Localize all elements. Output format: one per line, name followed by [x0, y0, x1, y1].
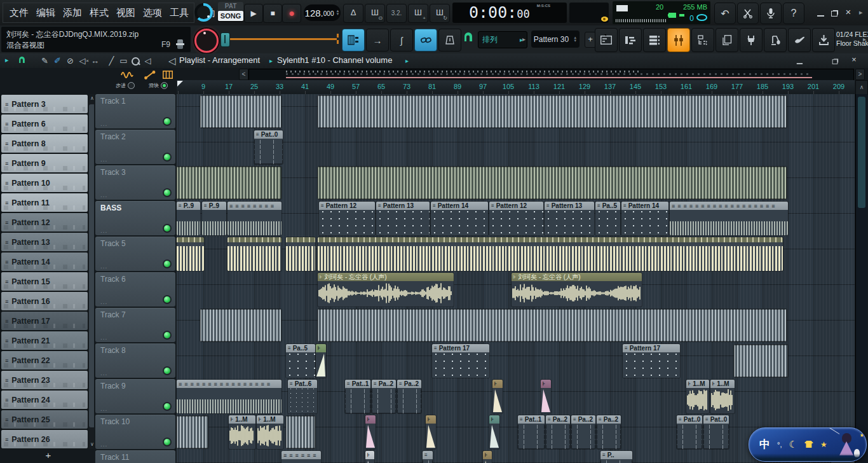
track-led-icon[interactable]	[164, 332, 170, 338]
clip[interactable]	[227, 237, 281, 271]
playlist-minimap[interactable]	[248, 69, 854, 81]
pot-button[interactable]	[438, 29, 461, 52]
plugin-picker-button[interactable]	[691, 28, 714, 52]
menu-item-3[interactable]: 样式	[86, 7, 112, 19]
ime-skin-icon[interactable]	[804, 441, 813, 448]
track-options[interactable]: ...	[100, 405, 107, 412]
menu-item-6[interactable]: 工具	[166, 7, 193, 19]
track-options[interactable]: ...	[100, 298, 107, 305]
ime-language-button[interactable]: 中	[759, 437, 770, 452]
pattern-prev-arrow[interactable]: ▸	[522, 36, 526, 43]
arrangement-selector[interactable]: 排列 ▸	[478, 31, 527, 48]
clip[interactable]: ≡Pa..5	[595, 202, 620, 235]
clip[interactable]: ≡Pa..2	[571, 415, 595, 449]
clip[interactable]: ≡≡≡≡≡≡≡≡	[227, 202, 281, 235]
pattern-clip-tab[interactable]	[160, 70, 175, 79]
track-led-icon[interactable]	[164, 296, 170, 303]
clip[interactable]	[286, 416, 315, 448]
pattern-item[interactable]: ≡Pattern 16	[1, 292, 88, 310]
clip[interactable]: ≡Pat..0	[254, 130, 283, 164]
pattern-item[interactable]: ≡Pattern 17	[1, 312, 88, 330]
step-toggle[interactable]: 步进	[116, 82, 135, 89]
ime-moon-icon[interactable]: ☾	[789, 439, 797, 450]
zoom-tool[interactable]	[132, 57, 140, 66]
play-button[interactable]: ▶	[244, 4, 263, 23]
plugin-button[interactable]	[740, 28, 763, 52]
track-options[interactable]: ...	[100, 370, 107, 377]
clip[interactable]	[318, 95, 787, 128]
track-header[interactable]: Track 3...	[95, 165, 175, 200]
clip[interactable]: ≡P..9	[202, 202, 226, 235]
clip[interactable]: ⊦刘珂矣 - 忘尘谷 (人声)	[318, 273, 454, 307]
slice-tool[interactable]: ╱	[106, 55, 117, 66]
track-options[interactable]: ...	[100, 441, 107, 448]
minimize-button[interactable]	[815, 8, 825, 17]
pattern-item[interactable]: ≡Pattern 15	[1, 272, 88, 291]
clip[interactable]: ≡Pattern 13	[376, 202, 430, 235]
clip[interactable]: ⊦	[492, 380, 503, 413]
clip[interactable]: ≡Pattern 17	[432, 344, 489, 378]
clip[interactable]	[286, 237, 315, 271]
clip[interactable]: ⊦1..M	[257, 415, 283, 449]
clip[interactable]: ⊦	[489, 415, 499, 449]
countdown-button[interactable]: 3.2.	[386, 4, 407, 23]
pattern-item[interactable]: ≡Pattern 11	[1, 193, 88, 212]
pattern-item[interactable]: ≡Pattern 13	[1, 233, 88, 251]
clip[interactable]: ≡Pattern 14	[621, 202, 668, 235]
track-led-icon[interactable]	[164, 261, 170, 267]
ime-toolbar[interactable]: 中 °, ☾ ★ ★	[749, 427, 867, 462]
clip[interactable]	[318, 309, 787, 342]
track-header[interactable]: BASS...	[95, 201, 175, 235]
clip[interactable]: ≡≡≡≡≡≡≡≡≡≡≡≡≡≡≡≡≡≡	[670, 202, 788, 235]
draw-tool[interactable]: ✎	[39, 55, 50, 66]
clip[interactable]: ≡≡≡≡≡≡	[281, 451, 321, 463]
wait-for-input-button[interactable]: Шʘ	[365, 4, 385, 23]
clip[interactable]	[200, 95, 281, 128]
delete-tool[interactable]: ⊘	[65, 55, 76, 66]
mute-tool[interactable]: ◁×	[77, 55, 88, 66]
clip[interactable]: ⊦	[541, 380, 551, 413]
track-options[interactable]: ...	[100, 227, 107, 234]
track-header[interactable]: Track 8...	[95, 343, 175, 378]
add-pattern-row[interactable]: +	[0, 449, 97, 463]
clip[interactable]: ⊦	[483, 451, 492, 463]
clip[interactable]: ≡Pat..1	[345, 380, 370, 413]
track-options[interactable]: ...	[100, 156, 107, 163]
channel-rack-button[interactable]	[643, 28, 666, 52]
track-led-icon[interactable]	[164, 118, 170, 125]
playlist-titlebar[interactable]: ▸ ✎ ✐ ⊘ ◁× ↔ ╱ ▭ ◁ ◁ Playlist - Arrangem…	[0, 53, 868, 69]
clip[interactable]: ≡Pa..2	[372, 380, 396, 413]
playlist-minimize-button[interactable]	[795, 57, 804, 64]
main-volume-knob[interactable]	[194, 3, 213, 22]
track-options[interactable]: ...	[100, 191, 107, 198]
slip-tool[interactable]: ↔	[90, 55, 100, 66]
overdub-button[interactable]: Ш+	[408, 4, 428, 23]
playlist-panel-button[interactable]	[595, 28, 618, 52]
ime-punctuation-button[interactable]: °,	[777, 441, 782, 448]
track-header[interactable]: Track 9...	[95, 379, 175, 413]
track-led-icon[interactable]	[164, 439, 170, 445]
track-header[interactable]: Track 7...	[95, 308, 175, 342]
cut-tool-button[interactable]	[737, 3, 759, 24]
slider-handle[interactable]	[220, 32, 230, 47]
glide-button[interactable]: ʃ	[390, 29, 413, 52]
loop-record-button[interactable]: Ш↻	[430, 4, 450, 23]
clip[interactable]: ≡Pa..2	[546, 415, 570, 449]
pattern-item[interactable]: ≡Pattern 26	[1, 430, 88, 448]
pattern-item[interactable]: ≡Pattern 22	[1, 351, 88, 370]
song-label[interactable]: SONG	[218, 11, 243, 21]
pattern-item[interactable]: ≡Pattern 24	[1, 390, 88, 409]
slide-toggle-circle[interactable]	[161, 82, 168, 89]
link-button[interactable]	[414, 29, 437, 52]
playlist-grid[interactable]: ≡Pat..0≡P..9≡P..9≡≡≡≡≡≡≡≡≡Pattern 12≡Pat…	[177, 94, 855, 463]
track-header[interactable]: Track 1...	[95, 94, 175, 128]
stop-button[interactable]: ■	[263, 4, 282, 23]
master-volume-knob[interactable]	[194, 29, 219, 53]
tempo-stepper[interactable]: ▲▼	[336, 10, 339, 16]
clip[interactable]: ≡Pattern 17	[623, 344, 680, 378]
clip[interactable]: ≡Pattern 13	[545, 202, 594, 235]
step-toggle-circle[interactable]	[128, 82, 135, 89]
track-header[interactable]: Track 5...	[95, 237, 175, 271]
clip[interactable]: ≡Pa..2	[397, 380, 421, 413]
time-display[interactable]: 0:00:00 M:S:CS	[452, 3, 567, 23]
